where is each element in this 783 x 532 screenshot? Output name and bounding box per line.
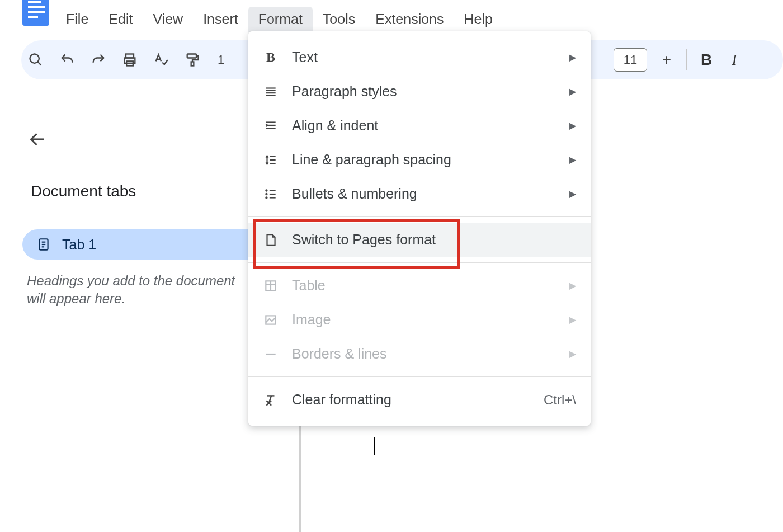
menu-file[interactable]: File — [60, 7, 98, 32]
svg-point-0 — [30, 54, 39, 63]
paragraph-icon — [263, 84, 279, 100]
italic-button[interactable]: I — [726, 51, 743, 69]
format-borders-label: Borders & lines — [292, 346, 556, 362]
clear-formatting-shortcut: Ctrl+\ — [544, 392, 576, 408]
format-bullets-numbering[interactable]: Bullets & numbering ▶ — [248, 177, 591, 211]
format-borders-lines: Borders & lines ▶ — [248, 337, 591, 371]
tab-document-icon — [36, 237, 51, 252]
menu-separator — [248, 376, 591, 377]
image-icon — [263, 312, 279, 328]
format-text[interactable]: B Text ▶ — [248, 40, 591, 74]
submenu-arrow-icon: ▶ — [569, 280, 576, 291]
format-align-label: Align & indent — [292, 117, 556, 134]
format-paragraph-styles[interactable]: Paragraph styles ▶ — [248, 74, 591, 109]
menubar: File Edit View Insert Format Tools Exten… — [60, 7, 503, 32]
bold-button[interactable]: B — [698, 51, 715, 69]
format-line-spacing[interactable]: Line & paragraph spacing ▶ — [248, 143, 591, 177]
format-paragraph-label: Paragraph styles — [292, 83, 556, 100]
page-icon — [263, 232, 279, 248]
docs-logo[interactable] — [22, 0, 49, 26]
svg-point-23 — [266, 190, 267, 191]
font-size-input[interactable]: 11 — [614, 48, 647, 72]
line-icon — [263, 346, 279, 362]
format-clear-label: Clear formatting — [292, 392, 530, 408]
spellcheck-icon[interactable] — [153, 52, 169, 68]
menu-separator — [248, 216, 591, 217]
submenu-arrow-icon: ▶ — [569, 86, 576, 97]
menu-format[interactable]: Format — [248, 7, 313, 32]
redo-icon[interactable] — [91, 52, 106, 68]
submenu-arrow-icon: ▶ — [569, 154, 576, 165]
outline-hint: Headings you add to the document will ap… — [27, 272, 251, 308]
line-spacing-icon — [263, 152, 279, 168]
clear-format-icon — [263, 392, 279, 408]
tab-1-label: Tab 1 — [62, 237, 96, 253]
svg-point-24 — [266, 193, 267, 194]
search-icon[interactable] — [28, 52, 44, 68]
menu-edit[interactable]: Edit — [98, 7, 143, 32]
menu-view[interactable]: View — [143, 7, 193, 32]
format-spacing-label: Line & paragraph spacing — [292, 152, 556, 168]
menu-separator — [248, 262, 591, 263]
svg-line-1 — [38, 62, 41, 65]
svg-rect-5 — [187, 54, 196, 58]
zoom-value-partial[interactable]: 1 — [216, 52, 226, 68]
menu-help[interactable]: Help — [454, 7, 503, 32]
toolbar-divider — [686, 49, 687, 70]
toolbar-right: 11 + B I — [614, 40, 743, 79]
bold-icon: B — [263, 50, 279, 65]
submenu-arrow-icon: ▶ — [569, 189, 576, 199]
format-switch-pages[interactable]: Switch to Pages format — [248, 223, 591, 257]
format-image: Image ▶ — [248, 303, 591, 337]
toolbar: 1 — [28, 40, 226, 79]
undo-icon[interactable] — [59, 52, 75, 68]
table-icon — [263, 278, 279, 294]
format-align-indent[interactable]: Align & indent ▶ — [248, 109, 591, 143]
format-clear-formatting[interactable]: Clear formatting Ctrl+\ — [248, 383, 591, 417]
format-switch-pages-label: Switch to Pages format — [292, 232, 576, 248]
print-icon[interactable] — [122, 52, 138, 68]
format-dropdown: B Text ▶ Paragraph styles ▶ Align & inde… — [248, 31, 591, 426]
format-text-label: Text — [292, 49, 556, 65]
paint-format-icon[interactable] — [185, 52, 200, 68]
tab-1[interactable]: Tab 1 — [22, 229, 249, 260]
format-table: Table ▶ — [248, 269, 591, 303]
text-cursor — [374, 437, 375, 455]
menu-insert[interactable]: Insert — [193, 7, 248, 32]
menu-tools[interactable]: Tools — [313, 7, 365, 32]
align-icon — [263, 118, 279, 134]
menu-extensions[interactable]: Extensions — [365, 7, 454, 32]
document-tabs-title: Document tabs — [31, 182, 136, 200]
format-image-label: Image — [292, 312, 556, 328]
svg-rect-6 — [191, 62, 194, 66]
submenu-arrow-icon: ▶ — [569, 120, 576, 131]
back-arrow-icon[interactable] — [28, 130, 47, 153]
submenu-arrow-icon: ▶ — [569, 314, 576, 325]
submenu-arrow-icon: ▶ — [569, 349, 576, 359]
svg-point-25 — [266, 197, 267, 198]
format-bullets-label: Bullets & numbering — [292, 186, 556, 202]
list-icon — [263, 186, 279, 202]
format-table-label: Table — [292, 277, 556, 294]
font-size-increase-icon[interactable]: + — [658, 51, 675, 69]
submenu-arrow-icon: ▶ — [569, 52, 576, 63]
